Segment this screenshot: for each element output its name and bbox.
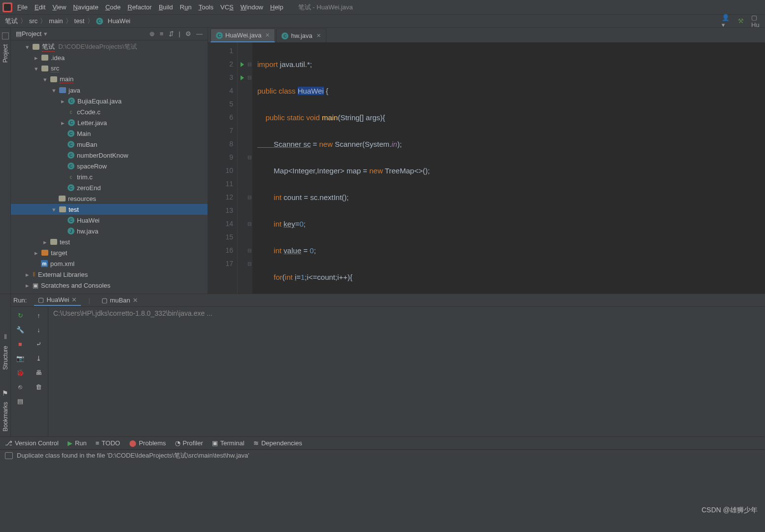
project-view-dropdown[interactable] xyxy=(44,30,47,37)
tree-trimc[interactable]: ctrim.c xyxy=(11,171,208,182)
tree-zeroend[interactable]: CzeroEnd xyxy=(11,182,208,193)
run-gutter xyxy=(238,42,246,294)
crumb-src[interactable]: src xyxy=(29,17,37,25)
editor-area: CHuaWei.java✕ Chw.java✕ 1234567891011121… xyxy=(208,28,765,294)
camera-icon[interactable]: 📷 xyxy=(16,355,24,362)
run-label: Run: xyxy=(13,297,27,304)
up-icon[interactable]: ↑ xyxy=(37,312,40,319)
structure-tool-icon[interactable]: ⫴ xyxy=(4,332,7,341)
bt-todo[interactable]: ≡TODO xyxy=(96,439,120,447)
menu-build[interactable]: Build xyxy=(159,3,173,11)
menu-file[interactable]: File xyxy=(17,3,28,11)
settings-icon[interactable]: ⚙ xyxy=(185,30,191,37)
bug-icon[interactable]: 🐞 xyxy=(16,369,24,376)
menu-navigate[interactable]: Navigate xyxy=(73,3,98,11)
separator: | xyxy=(179,30,180,37)
tree-ext-lib[interactable]: ▸⫴External Libraries xyxy=(11,269,208,280)
editor-body[interactable]: 1234567891011121314151617 ⊟⊟⊟⊟⊟⊟⊟ import… xyxy=(208,42,765,294)
watermark: CSDN @雄狮少年 xyxy=(701,506,758,515)
print-icon[interactable]: 🖶 xyxy=(35,369,42,376)
tree-java[interactable]: ▾java xyxy=(11,85,208,96)
bt-terminal[interactable]: ▣Terminal xyxy=(212,439,244,447)
tree-test2[interactable]: ▸test xyxy=(11,236,208,247)
menu-view[interactable]: View xyxy=(52,3,66,11)
line-number-gutter: 1234567891011121314151617 xyxy=(208,42,238,294)
user-add-icon[interactable]: 👤▾ xyxy=(722,17,730,26)
tree-muban[interactable]: CmuBan xyxy=(11,139,208,150)
scroll-icon[interactable]: ⤓ xyxy=(36,355,41,362)
project-tool-icon[interactable] xyxy=(2,33,9,39)
menu-code[interactable]: Code xyxy=(105,3,121,11)
crumb-main[interactable]: main xyxy=(49,17,63,25)
editor-tabbar: CHuaWei.java✕ Chw.java✕ xyxy=(208,28,765,42)
menu-edit[interactable]: Edit xyxy=(35,3,45,11)
layout-icon[interactable]: ▤ xyxy=(17,398,23,405)
tree-resources[interactable]: resources xyxy=(11,193,208,204)
tree-test-folder[interactable]: ▾test xyxy=(11,204,208,215)
panel-title[interactable]: Project xyxy=(22,30,41,37)
down-icon[interactable]: ↓ xyxy=(37,326,40,333)
run-output[interactable]: C:\Users\HP\.jdks\corretto-1.8.0_332\bin… xyxy=(48,307,765,436)
wrench-icon[interactable]: 🔧 xyxy=(16,326,24,333)
close-tab-icon[interactable]: ✕ xyxy=(316,33,321,39)
tree-root[interactable]: ▾笔试 D:\CODE\IdeaProjects\笔试 xyxy=(11,41,208,52)
titlebar: File Edit View Navigate Code Refactor Bu… xyxy=(0,0,765,15)
menu-refactor[interactable]: Refactor xyxy=(128,3,152,11)
bt-profiler[interactable]: ◔Profiler xyxy=(175,439,203,447)
left-tab-bookmarks[interactable]: Bookmarks xyxy=(1,397,10,436)
locate-icon[interactable]: ⊕ xyxy=(149,30,155,37)
menu-help[interactable]: Help xyxy=(270,3,283,11)
tab-huawei[interactable]: CHuaWei.java✕ xyxy=(210,29,275,42)
tree-ndk[interactable]: CnumberDontKnow xyxy=(11,150,208,161)
tree-hwjava[interactable]: Jhw.java xyxy=(11,226,208,236)
tree-main[interactable]: ▾main xyxy=(11,74,208,85)
run-main-icon[interactable] xyxy=(238,71,246,84)
exit-icon[interactable]: ⎋ xyxy=(18,383,22,391)
bookmarks-tool-icon[interactable]: ⚑ xyxy=(2,389,8,397)
tree-ccode[interactable]: ccCode.c xyxy=(11,106,208,117)
run-config-icon[interactable]: ▢ Hu xyxy=(751,17,760,26)
trash-icon[interactable]: 🗑 xyxy=(35,383,42,391)
expand-icon[interactable]: ≡ xyxy=(160,30,164,37)
tree-pom[interactable]: mpom.xml xyxy=(11,258,208,269)
run-panel-tabs: Run: ▢HuaWei✕ | ▢muBan✕ xyxy=(11,294,765,307)
wrap-icon[interactable]: ⤶ xyxy=(36,340,41,348)
bt-version-control[interactable]: ⎇Version Control xyxy=(5,439,59,447)
close-tab-icon[interactable]: ✕ xyxy=(265,32,270,38)
crumb-file[interactable]: HuaWei xyxy=(108,17,131,25)
menu-run[interactable]: Run xyxy=(180,3,192,11)
rerun-icon[interactable]: ↻ xyxy=(18,312,23,319)
project-tree[interactable]: ▾笔试 D:\CODE\IdeaProjects\笔试 ▸.idea ▾src … xyxy=(11,40,208,294)
bt-problems[interactable]: ⬤Problems xyxy=(129,439,166,447)
tree-bujia[interactable]: ▸CBujiaEqual.java xyxy=(11,96,208,106)
bt-dependencies[interactable]: ≋Dependencies xyxy=(253,439,302,447)
menu-window[interactable]: Window xyxy=(241,3,263,11)
crumb-project[interactable]: 笔试 xyxy=(5,17,18,26)
left-tool-strip-lower: ⫴ Structure ⚑ Bookmarks xyxy=(0,294,11,436)
minimize-icon[interactable]: — xyxy=(196,30,203,37)
stop-icon[interactable]: ■ xyxy=(18,340,22,348)
tree-scratches[interactable]: ▸▣Scratches and Consoles xyxy=(11,280,208,291)
code-content[interactable]: import java.util.*; public class HuaWei … xyxy=(252,42,765,294)
run-tab-muban[interactable]: ▢muBan✕ xyxy=(98,295,142,305)
tree-huawei[interactable]: CHuaWei xyxy=(11,215,208,226)
menu-vcs[interactable]: VCS xyxy=(220,3,234,11)
left-tab-project[interactable]: Project xyxy=(1,39,10,67)
status-window-icon[interactable] xyxy=(5,452,13,459)
tree-src[interactable]: ▾src xyxy=(11,63,208,74)
menu-tools[interactable]: Tools xyxy=(199,3,213,11)
crumb-test[interactable]: test xyxy=(74,17,85,25)
run-tab-huawei[interactable]: ▢HuaWei✕ xyxy=(34,295,81,306)
run-class-icon[interactable] xyxy=(238,58,246,71)
left-tool-rail: Project xyxy=(0,28,11,294)
tree-spacerow[interactable]: CspaceRow xyxy=(11,161,208,171)
tree-idea[interactable]: ▸.idea xyxy=(11,52,208,63)
bt-run[interactable]: ▶Run xyxy=(68,439,87,447)
tree-mainc[interactable]: CMain xyxy=(11,128,208,139)
tree-target[interactable]: ▸target xyxy=(11,247,208,258)
tree-letter[interactable]: ▸CLetter.java xyxy=(11,117,208,128)
left-tab-structure[interactable]: Structure xyxy=(1,341,10,375)
tab-hw[interactable]: Chw.java✕ xyxy=(276,29,326,42)
build-hammer-icon[interactable]: ⚒ xyxy=(736,17,745,26)
collapse-icon[interactable]: ⇵ xyxy=(169,30,174,37)
